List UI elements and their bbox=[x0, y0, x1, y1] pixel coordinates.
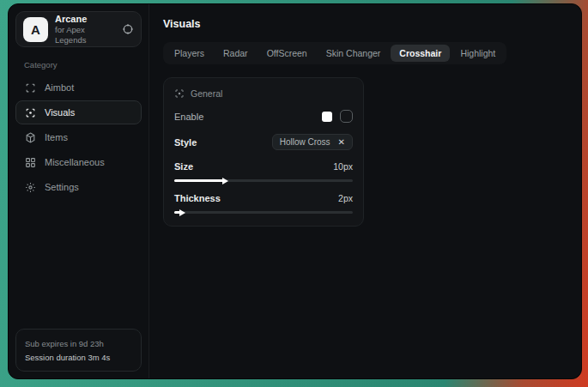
thickness-value: 2px bbox=[338, 193, 353, 203]
thickness-slider-thumb[interactable] bbox=[179, 209, 185, 216]
tab-offscreen[interactable]: OffScreen bbox=[258, 45, 316, 62]
sidebar-item-settings[interactable]: Settings bbox=[15, 175, 142, 199]
app-subtitle: for Apex Legends bbox=[55, 25, 115, 46]
size-value: 10px bbox=[333, 161, 353, 172]
size-label: Size bbox=[174, 161, 193, 172]
tab-crosshair[interactable]: Crosshair bbox=[391, 45, 450, 62]
app-logo: A bbox=[23, 17, 48, 42]
brand-card: A Arcane for Apex Legends bbox=[15, 11, 142, 47]
size-slider[interactable] bbox=[174, 179, 353, 182]
close-icon[interactable]: ✕ bbox=[338, 138, 345, 147]
thickness-label: Thickness bbox=[174, 193, 221, 203]
crosshair-frame-icon bbox=[25, 82, 36, 94]
gear-icon bbox=[25, 182, 36, 193]
sidebar-item-label: Aimbot bbox=[45, 82, 74, 93]
sidebar: A Arcane for Apex Legends Category Aimbo… bbox=[9, 4, 149, 378]
grid-icon bbox=[25, 157, 36, 168]
app-window: A Arcane for Apex Legends Category Aimbo… bbox=[8, 3, 582, 379]
session-duration-text: Session duration 3m 4s bbox=[25, 351, 132, 364]
sidebar-item-items[interactable]: Items bbox=[15, 125, 142, 149]
tab-radar[interactable]: Radar bbox=[215, 45, 257, 62]
section-title: General bbox=[191, 88, 222, 99]
scan-eye-icon bbox=[25, 107, 36, 118]
sidebar-item-label: Miscellaneous bbox=[45, 157, 105, 167]
tab-skin-changer[interactable]: Skin Changer bbox=[318, 45, 390, 62]
tab-players[interactable]: Players bbox=[166, 45, 213, 62]
size-slider-thumb[interactable] bbox=[222, 178, 228, 184]
tab-highlight[interactable]: Highlight bbox=[452, 45, 504, 62]
main-content: Visuals Players Radar OffScreen Skin Cha… bbox=[149, 4, 581, 378]
app-title: Arcane bbox=[55, 13, 115, 25]
sidebar-item-visuals[interactable]: Visuals bbox=[15, 100, 142, 124]
sub-expires-text: Sub expires in 9d 23h bbox=[25, 336, 132, 351]
sidebar-nav: Aimbot Visuals Items bbox=[15, 76, 142, 199]
sidebar-item-label: Visuals bbox=[45, 107, 75, 118]
enable-label: Enable bbox=[174, 112, 203, 122]
sidebar-item-aimbot[interactable]: Aimbot bbox=[15, 76, 142, 100]
subscription-info-card: Sub expires in 9d 23h Session duration 3… bbox=[15, 329, 142, 372]
focus-icon bbox=[174, 88, 185, 99]
page-title: Visuals bbox=[163, 18, 567, 30]
sidebar-item-label: Items bbox=[45, 132, 68, 142]
package-icon bbox=[25, 132, 36, 143]
style-tag[interactable]: Hollow Cross ✕ bbox=[272, 134, 353, 150]
enable-checkbox[interactable] bbox=[340, 110, 353, 123]
enable-row: Enable bbox=[174, 110, 353, 123]
sidebar-item-label: Settings bbox=[45, 182, 79, 192]
size-setting: Size 10px bbox=[174, 161, 353, 182]
style-label: Style bbox=[174, 137, 197, 148]
thickness-setting: Thickness 2px bbox=[174, 193, 353, 214]
target-icon[interactable] bbox=[122, 23, 134, 35]
style-row: Style Hollow Cross ✕ bbox=[174, 134, 353, 150]
brand-text: Arcane for Apex Legends bbox=[55, 13, 115, 46]
thickness-slider[interactable] bbox=[174, 211, 353, 214]
style-value: Hollow Cross bbox=[280, 137, 330, 147]
section-header: General bbox=[174, 88, 353, 99]
general-settings-panel: General Enable Style Hollow Cross ✕ Size bbox=[163, 77, 364, 227]
color-swatch[interactable] bbox=[322, 112, 332, 122]
category-label: Category bbox=[24, 60, 133, 70]
tab-bar: Players Radar OffScreen Skin Changer Cro… bbox=[163, 42, 506, 64]
sidebar-item-miscellaneous[interactable]: Miscellaneous bbox=[15, 150, 142, 174]
